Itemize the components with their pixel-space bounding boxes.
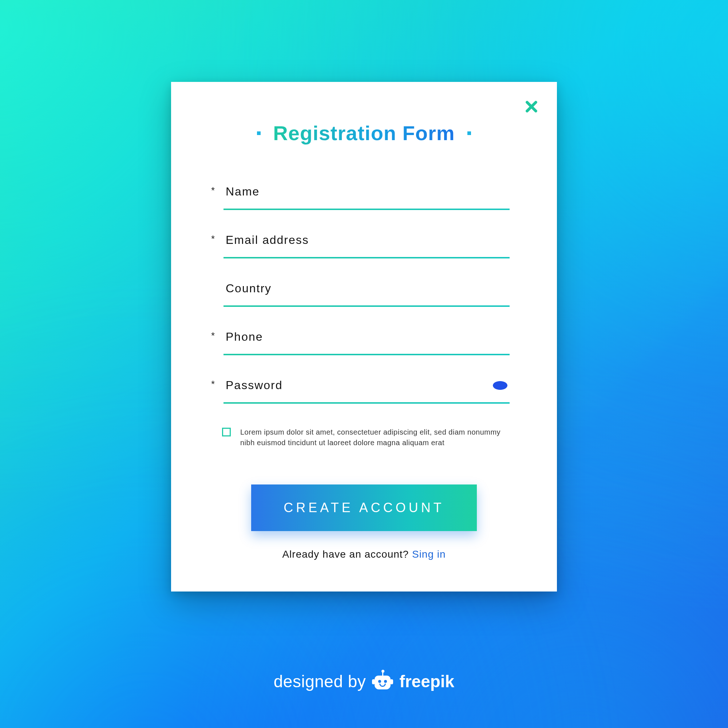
- required-marker: *: [211, 330, 216, 340]
- email-field[interactable]: Email address: [223, 233, 509, 258]
- country-label: Country: [226, 282, 272, 295]
- password-label: Password: [226, 379, 283, 392]
- field-row-phone: * Phone: [211, 330, 509, 355]
- close-icon: [525, 100, 538, 115]
- form-title: Registration Form: [273, 121, 455, 145]
- phone-field[interactable]: Phone: [223, 330, 509, 355]
- title-decor-right: [467, 132, 471, 135]
- terms-checkbox[interactable]: [222, 428, 231, 436]
- eye-icon[interactable]: [493, 381, 508, 390]
- required-marker: *: [211, 233, 216, 243]
- attribution-brand: freepik: [399, 671, 454, 691]
- required-marker: *: [211, 379, 216, 389]
- title-decor-left: [257, 132, 261, 135]
- name-field[interactable]: Name: [223, 185, 509, 210]
- signin-prompt: Already have an account?: [282, 549, 412, 560]
- freepik-logo-icon: [372, 671, 393, 691]
- country-field[interactable]: Country: [223, 282, 509, 307]
- email-label: Email address: [226, 233, 309, 247]
- field-row-password: * Password: [211, 379, 509, 404]
- close-button[interactable]: [523, 99, 540, 115]
- password-field[interactable]: Password: [223, 379, 509, 404]
- terms-row: Lorem ipsum dolor sit amet, consectetuer…: [204, 427, 524, 448]
- required-marker: *: [211, 185, 216, 195]
- field-row-country: Country: [211, 282, 509, 307]
- required-marker: [211, 282, 216, 283]
- form-title-row: Registration Form: [204, 121, 524, 145]
- field-row-email: * Email address: [211, 233, 509, 258]
- field-row-name: * Name: [211, 185, 509, 210]
- create-account-button[interactable]: CREATE ACCOUNT: [251, 485, 477, 531]
- attribution-prefix: designed by: [274, 671, 366, 691]
- fields-container: * Name * Email address Country * Phone *: [204, 185, 524, 404]
- registration-card: Registration Form * Name * Email address…: [171, 82, 557, 592]
- signin-link[interactable]: Sing in: [412, 549, 446, 560]
- attribution: designed by freepik: [0, 671, 728, 691]
- terms-text: Lorem ipsum dolor sit amet, consectetuer…: [240, 427, 502, 448]
- signin-row: Already have an account? Sing in: [204, 549, 524, 560]
- name-label: Name: [226, 185, 260, 198]
- phone-label: Phone: [226, 330, 263, 344]
